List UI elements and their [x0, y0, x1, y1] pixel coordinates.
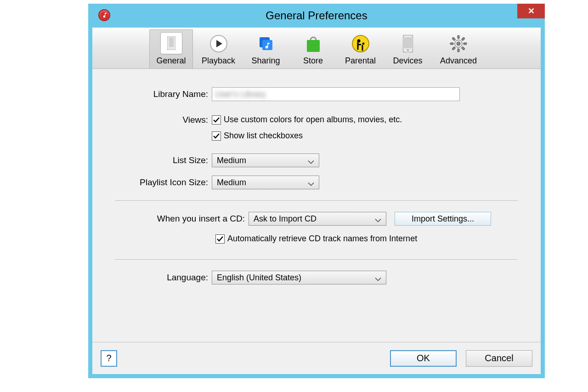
svg-point-11: [407, 49, 409, 51]
auto-retrieve-checkbox[interactable]: [215, 234, 225, 244]
playlist-icon-select[interactable]: Medium: [212, 176, 319, 189]
insert-cd-value: Ask to Import CD: [254, 214, 317, 224]
tab-label: Advanced: [440, 56, 477, 66]
library-name-label: Library Name:: [102, 89, 212, 99]
svg-point-7: [357, 40, 360, 43]
language-row: Language: English (United States): [102, 271, 531, 284]
help-button[interactable]: ?: [101, 350, 117, 367]
tab-label: Sharing: [251, 56, 280, 66]
chevron-down-icon: [375, 274, 381, 284]
list-size-value: Medium: [217, 156, 246, 165]
separator: [115, 200, 518, 201]
tab-playback[interactable]: Playback: [197, 29, 240, 68]
playlist-icon-row: Playlist Icon Size: Medium: [102, 176, 531, 189]
svg-rect-16: [450, 43, 453, 45]
tab-sharing[interactable]: Sharing: [244, 29, 288, 68]
svg-rect-15: [458, 49, 459, 52]
library-name-row: Library Name: User's Library: [102, 87, 531, 101]
svg-rect-21: [461, 46, 465, 50]
views-options: Use custom colors for open albums, movie…: [212, 115, 402, 145]
auto-retrieve-option: Automatically retrieve CD track names fr…: [215, 234, 417, 244]
svg-rect-20: [452, 37, 456, 41]
content-area: General Playback Sharing Store: [92, 28, 541, 374]
import-settings-button[interactable]: Import Settings...: [395, 212, 491, 226]
checkmark-icon: [213, 116, 220, 124]
custom-colors-label: Use custom colors for open albums, movie…: [224, 115, 402, 125]
svg-rect-5: [307, 40, 320, 52]
checkmark-icon: [213, 132, 220, 140]
svg-rect-10: [404, 37, 412, 48]
cancel-button[interactable]: Cancel: [466, 350, 532, 367]
views-label: Views:: [102, 115, 212, 125]
tab-advanced[interactable]: Advanced: [433, 29, 484, 68]
svg-rect-14: [458, 35, 459, 39]
devices-icon: [397, 33, 418, 54]
close-button[interactable]: ✕: [517, 4, 545, 18]
tab-store[interactable]: Store: [291, 29, 335, 68]
insert-cd-row: When you insert a CD: Ask to Import CD I…: [102, 212, 531, 226]
separator: [115, 259, 518, 260]
tab-general[interactable]: General: [149, 29, 193, 68]
chevron-down-icon: [375, 215, 381, 225]
dialog-footer: ? OK Cancel: [92, 342, 541, 374]
language-label: Language:: [102, 273, 212, 283]
preferences-toolbar: General Playback Sharing Store: [92, 28, 541, 69]
store-icon: [303, 33, 324, 54]
custom-colors-option: Use custom colors for open albums, movie…: [212, 115, 402, 125]
tab-label: Devices: [393, 56, 422, 66]
list-size-select[interactable]: Medium: [212, 153, 319, 167]
close-icon: ✕: [528, 6, 535, 16]
svg-point-6: [352, 35, 369, 52]
svg-point-13: [457, 42, 460, 45]
playback-icon: [208, 33, 229, 54]
tab-label: Playback: [202, 56, 235, 66]
auto-retrieve-label: Automatically retrieve CD track names fr…: [227, 234, 417, 244]
checkmark-icon: [216, 235, 224, 243]
chevron-down-icon: [308, 157, 314, 166]
tab-label: Parental: [345, 56, 376, 66]
custom-colors-checkbox[interactable]: [212, 115, 221, 125]
window-title: General Preferences: [266, 9, 367, 22]
svg-rect-17: [464, 43, 467, 45]
show-checkboxes-checkbox[interactable]: [212, 131, 221, 141]
tab-devices[interactable]: Devices: [386, 29, 430, 68]
cancel-label: Cancel: [485, 353, 513, 364]
language-value: English (United States): [217, 273, 301, 283]
tab-label: General: [156, 56, 186, 66]
tab-label: Store: [303, 56, 323, 66]
ok-label: OK: [417, 353, 430, 364]
library-name-value: User's Library: [215, 90, 266, 99]
library-name-input[interactable]: User's Library: [212, 87, 460, 101]
playlist-icon-label: Playlist Icon Size:: [102, 177, 212, 187]
advanced-icon: [448, 33, 469, 54]
list-size-row: List Size: Medium: [102, 153, 531, 167]
svg-rect-1: [169, 38, 174, 47]
svg-point-8: [362, 43, 364, 45]
svg-rect-18: [461, 37, 465, 41]
sharing-icon: [255, 33, 277, 54]
import-settings-label: Import Settings...: [412, 214, 474, 224]
insert-cd-select[interactable]: Ask to Import CD: [249, 212, 386, 226]
views-row: Views: Use custom colors for open albums…: [102, 115, 531, 145]
auto-retrieve-row: Automatically retrieve CD track names fr…: [102, 234, 531, 248]
insert-cd-label: When you insert a CD:: [102, 214, 249, 224]
help-icon: ?: [106, 353, 111, 364]
preferences-window: General Preferences ✕ General Playback: [88, 4, 545, 378]
parental-icon: [350, 33, 371, 54]
ok-button[interactable]: OK: [390, 350, 457, 367]
show-checkboxes-label: Show list checkboxes: [224, 131, 303, 141]
list-size-label: List Size:: [102, 155, 212, 165]
general-icon: [160, 32, 182, 54]
svg-rect-19: [452, 46, 456, 50]
app-icon: [98, 9, 110, 21]
chevron-down-icon: [308, 179, 314, 188]
tab-parental[interactable]: Parental: [339, 29, 382, 68]
titlebar: General Preferences ✕: [88, 4, 545, 28]
playlist-icon-value: Medium: [217, 178, 246, 187]
form-area: Library Name: User's Library Views: Use …: [92, 69, 541, 302]
language-select[interactable]: English (United States): [212, 271, 386, 284]
show-checkboxes-option: Show list checkboxes: [212, 131, 402, 141]
